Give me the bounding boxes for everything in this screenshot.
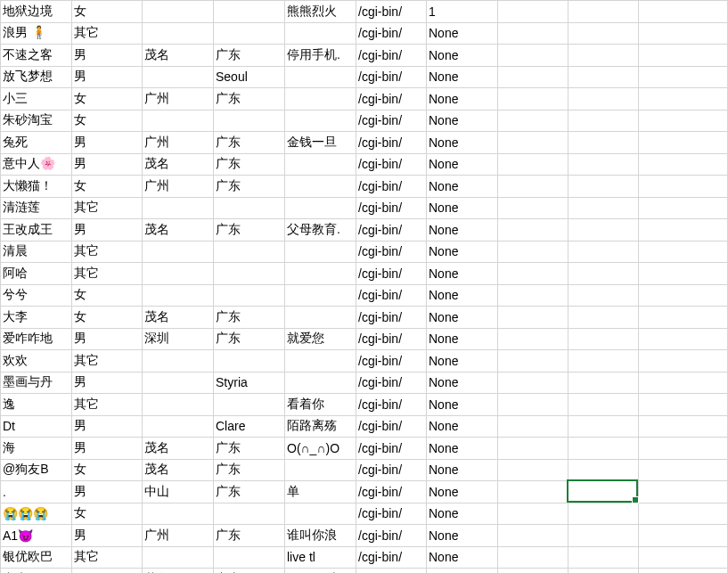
cell-city[interactable] bbox=[143, 22, 214, 45]
cell-value[interactable]: None bbox=[427, 503, 498, 525]
cell-gender[interactable]: 女 bbox=[72, 503, 143, 525]
cell-region[interactable]: 广东 bbox=[214, 438, 285, 460]
cell-blank2[interactable] bbox=[568, 132, 639, 154]
cell-city[interactable]: 广州 bbox=[143, 88, 214, 111]
cell-city[interactable]: 茂名 bbox=[143, 45, 214, 67]
cell-name[interactable]: 放飞梦想 bbox=[1, 66, 72, 88]
cell-value[interactable]: None bbox=[427, 459, 498, 481]
cell-note[interactable]: 就爱您 bbox=[285, 328, 356, 350]
cell-city[interactable] bbox=[143, 284, 214, 307]
cell-city[interactable] bbox=[143, 197, 214, 219]
cell-note[interactable] bbox=[285, 459, 356, 481]
cell-value[interactable]: None bbox=[427, 66, 498, 88]
cell-note[interactable] bbox=[285, 350, 356, 372]
cell-blank2[interactable] bbox=[568, 88, 639, 111]
cell-note[interactable] bbox=[285, 284, 356, 307]
cell-blank1[interactable] bbox=[498, 481, 568, 503]
table-row[interactable]: Dt男Clare陌路离殇/cgi-bin/None bbox=[1, 415, 728, 438]
cell-value[interactable]: None bbox=[427, 241, 498, 263]
cell-path[interactable]: /cgi-bin/ bbox=[356, 328, 427, 350]
cell-note[interactable]: 谁叫你浪 bbox=[285, 525, 356, 547]
cell-note[interactable]: 金钱一旦 bbox=[285, 132, 356, 154]
cell-region[interactable] bbox=[214, 546, 285, 569]
cell-name[interactable]: 不速之客 bbox=[1, 45, 72, 67]
cell-blank2[interactable] bbox=[568, 394, 639, 416]
cell-region[interactable] bbox=[214, 1, 285, 23]
cell-city[interactable]: 茂名 bbox=[143, 219, 214, 241]
cell-path[interactable]: /cgi-bin/ bbox=[356, 503, 427, 525]
cell-gender[interactable]: 女 bbox=[72, 307, 143, 329]
cell-value[interactable]: None bbox=[427, 372, 498, 394]
cell-note[interactable] bbox=[285, 241, 356, 263]
cell-path[interactable]: /cgi-bin/ bbox=[356, 307, 427, 329]
cell-city[interactable]: 广州 bbox=[143, 132, 214, 154]
cell-value[interactable]: None bbox=[427, 394, 498, 416]
cell-name[interactable]: 阿哈 bbox=[1, 263, 72, 285]
cell-blank2[interactable] bbox=[568, 459, 639, 481]
cell-blank2[interactable] bbox=[568, 284, 639, 307]
cell-blank1[interactable] bbox=[498, 328, 568, 350]
cell-name[interactable]: Dt bbox=[1, 415, 72, 438]
cell-path[interactable]: /cgi-bin/ bbox=[356, 197, 427, 219]
table-row[interactable]: 意中人🌸男茂名广东/cgi-bin/None bbox=[1, 153, 728, 176]
cell-blank3[interactable] bbox=[639, 569, 728, 574]
cell-region[interactable] bbox=[214, 110, 285, 132]
cell-value[interactable]: 1 bbox=[427, 1, 498, 23]
cell-note[interactable]: 熊熊烈火 bbox=[285, 1, 356, 23]
cell-gender[interactable]: 男 bbox=[72, 481, 143, 503]
cell-blank2[interactable] bbox=[568, 328, 639, 350]
table-row[interactable]: 兔死男广州广东金钱一旦/cgi-bin/None bbox=[1, 132, 728, 154]
cell-path[interactable]: /cgi-bin/ bbox=[356, 66, 427, 88]
cell-gender[interactable]: 男 bbox=[72, 66, 143, 88]
cell-gender[interactable]: 其它 bbox=[72, 241, 143, 263]
cell-blank2[interactable] bbox=[568, 525, 639, 547]
cell-blank1[interactable] bbox=[498, 284, 568, 307]
cell-region[interactable]: 广东 bbox=[214, 45, 285, 67]
cell-blank2[interactable] bbox=[568, 66, 639, 88]
cell-path[interactable]: /cgi-bin/ bbox=[356, 546, 427, 569]
cell-blank1[interactable] bbox=[498, 503, 568, 525]
cell-name[interactable]: 中庸 bbox=[1, 569, 72, 574]
cell-blank3[interactable] bbox=[639, 307, 728, 329]
cell-gender[interactable]: 女 bbox=[72, 110, 143, 132]
cell-path[interactable]: /cgi-bin/ bbox=[356, 22, 427, 45]
cell-blank3[interactable] bbox=[639, 132, 728, 154]
cell-city[interactable] bbox=[143, 503, 214, 525]
cell-value[interactable]: None bbox=[427, 197, 498, 219]
cell-gender[interactable]: 其它 bbox=[72, 22, 143, 45]
cell-region[interactable]: 广东 bbox=[214, 219, 285, 241]
cell-gender[interactable]: 男 bbox=[72, 438, 143, 460]
cell-blank3[interactable] bbox=[639, 481, 728, 503]
cell-city[interactable]: 深圳 bbox=[143, 328, 214, 350]
cell-blank3[interactable] bbox=[639, 503, 728, 525]
cell-blank1[interactable] bbox=[498, 88, 568, 111]
cell-note[interactable] bbox=[285, 88, 356, 111]
cell-name[interactable]: 爱咋咋地 bbox=[1, 328, 72, 350]
cell-blank1[interactable] bbox=[498, 525, 568, 547]
cell-blank1[interactable] bbox=[498, 197, 568, 219]
cell-blank3[interactable] bbox=[639, 219, 728, 241]
cell-path[interactable]: /cgi-bin/ bbox=[356, 459, 427, 481]
cell-blank3[interactable] bbox=[639, 110, 728, 132]
cell-note[interactable]: 看着你 bbox=[285, 394, 356, 416]
table-row[interactable]: .男中山广东单/cgi-bin/None bbox=[1, 481, 728, 503]
table-row[interactable]: 清涟莲其它/cgi-bin/None bbox=[1, 197, 728, 219]
table-row[interactable]: 爱咋咋地男深圳广东就爱您/cgi-bin/None bbox=[1, 328, 728, 350]
cell-region[interactable] bbox=[214, 241, 285, 263]
cell-blank1[interactable] bbox=[498, 45, 568, 67]
spreadsheet-viewport[interactable]: 地狱边境女熊熊烈火/cgi-bin/1浪男 🧍其它/cgi-bin/None不速… bbox=[0, 0, 728, 573]
cell-blank2[interactable] bbox=[568, 1, 639, 23]
cell-region[interactable]: 广东 bbox=[214, 481, 285, 503]
cell-name[interactable]: 大懒猫！ bbox=[1, 176, 72, 198]
table-row[interactable]: 大李女茂名广东/cgi-bin/None bbox=[1, 307, 728, 329]
cell-blank3[interactable] bbox=[639, 546, 728, 569]
cell-blank2[interactable] bbox=[568, 350, 639, 372]
cell-name[interactable]: 😭😭😭 bbox=[1, 503, 72, 525]
cell-gender[interactable]: 女 bbox=[72, 176, 143, 198]
cell-blank1[interactable] bbox=[498, 176, 568, 198]
cell-note[interactable] bbox=[285, 197, 356, 219]
data-grid[interactable]: 地狱边境女熊熊烈火/cgi-bin/1浪男 🧍其它/cgi-bin/None不速… bbox=[0, 0, 728, 573]
cell-region[interactable]: 广东 bbox=[214, 307, 285, 329]
cell-name[interactable]: 欢欢 bbox=[1, 350, 72, 372]
cell-path[interactable]: /cgi-bin/ bbox=[356, 241, 427, 263]
